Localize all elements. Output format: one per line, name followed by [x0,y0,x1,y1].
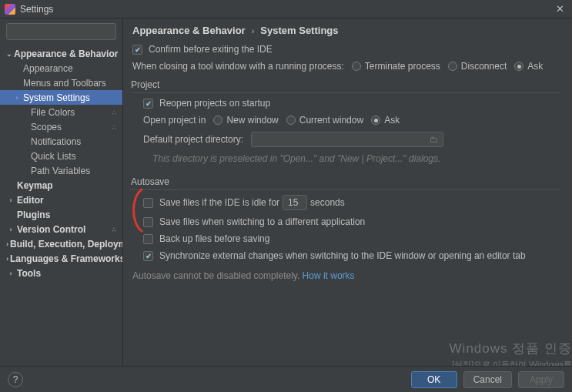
terminate-label: Terminate process [365,61,440,72]
scope-tag-icon: ⛬ [110,122,118,131]
terminate-radio[interactable] [352,62,361,71]
chevron-icon: › [6,240,8,248]
default-dir-input[interactable] [251,132,443,147]
reopen-label: Reopen projects on startup [159,98,270,109]
sidebar-item[interactable]: Path Variables [0,163,122,178]
idle-seconds-input[interactable] [283,195,307,210]
sidebar-item[interactable]: Menus and Toolbars [0,75,122,90]
sidebar-item[interactable]: ›Build, Execution, Deployment [0,236,122,251]
sidebar-item-label: Plugins [17,209,50,220]
chevron-icon: ⌄ [6,50,12,58]
idle-save-checkbox[interactable] [143,198,153,208]
sidebar-item[interactable]: ›Editor [0,193,122,207]
chevron-right-icon: › [252,26,255,35]
sidebar-item-label: File Colors [31,107,75,118]
sidebar-item[interactable]: ›Tools [0,266,122,280]
sidebar-item-label: Menus and Toolbars [23,78,106,89]
sidebar-item[interactable]: Scopes⛬ [0,119,122,134]
breadcrumb-root[interactable]: Appearance & Behavior [132,25,246,36]
settings-tree: ⌄Appearance & BehaviorAppearanceMenus an… [0,43,122,366]
idle-post: seconds [310,197,345,208]
chevron-icon: › [6,196,15,204]
close-icon[interactable]: ✕ [552,3,567,15]
sidebar-item[interactable]: ⌄Appearance & Behavior [0,46,122,61]
sidebar-item[interactable]: Keymap [0,178,122,193]
breadcrumb-leaf: System Settings [260,25,338,36]
chevron-icon: › [6,270,15,277]
sidebar-item-label: System Settings [23,92,90,103]
settings-content: Appearance & Behavior › System Settings … [123,18,572,366]
ok-button[interactable]: OK [411,371,457,388]
sidebar-item[interactable]: ›Version Control⛬ [0,222,122,236]
sidebar-item-label: Languages & Frameworks [10,253,122,264]
chevron-icon: › [12,94,22,102]
disconnect-radio[interactable] [448,62,457,71]
open-ask-label: Ask [384,115,400,126]
confirm-exit-label: Confirm before exiting the IDE [149,44,273,55]
apply-button[interactable]: Apply [518,371,564,388]
sidebar-item[interactable]: Appearance [0,61,122,75]
sidebar-item-label: Appearance & Behavior [14,49,118,59]
disconnect-label: Disconnect [461,61,507,72]
scope-tag-icon: ⛬ [110,108,118,116]
confirm-exit-checkbox[interactable] [132,45,142,55]
chevron-icon: › [6,226,15,233]
cancel-button[interactable]: Cancel [463,371,512,388]
new-window-label: New window [226,115,278,126]
sidebar: Q⁻ ⌄Appearance & BehaviorAppearanceMenus… [0,18,123,366]
sidebar-item[interactable]: Quick Lists [0,149,122,163]
sidebar-item[interactable]: ›Languages & Frameworks [0,251,122,266]
sidebar-item[interactable]: Plugins [0,207,122,222]
sidebar-item-label: Editor [17,195,44,206]
ask-label: Ask [527,61,543,72]
sidebar-item-label: Keymap [17,180,53,191]
how-it-works-link[interactable]: How it works [303,270,355,281]
titlebar: Settings ✕ [0,0,572,18]
default-dir-label: Default project directory: [143,134,243,145]
bottom-bar: ? OK Cancel Apply [0,366,572,392]
sync-label: Synchronize external changes when switch… [159,250,526,261]
switch-app-label: Save files when switching to a different… [159,216,365,227]
dir-hint: This directory is preselected in "Open..… [152,153,561,164]
sidebar-item-label: Version Control [17,224,85,235]
scope-tag-icon: ⛬ [110,225,118,233]
reopen-checkbox[interactable] [143,99,153,109]
chevron-icon: › [6,255,8,263]
autosave-section: Autosave [131,176,561,190]
open-in-prompt: Open project in [143,115,206,126]
new-window-radio[interactable] [213,116,222,125]
sidebar-item-label: Tools [17,268,41,279]
search-input[interactable] [6,23,116,40]
sidebar-item-label: Build, Execution, Deployment [10,239,122,250]
sync-checkbox[interactable] [143,251,153,261]
backup-label: Back up files before saving [159,233,269,244]
breadcrumb: Appearance & Behavior › System Settings [132,25,561,36]
current-window-label: Current window [299,115,363,126]
sidebar-item-selected[interactable]: ›System Settings [0,90,122,105]
closing-prompt: When closing a tool window with a runnin… [132,61,344,72]
idle-pre: Save files if the IDE is idle for [159,197,279,208]
sidebar-item-label: Path Variables [31,166,90,176]
help-button[interactable]: ? [8,372,23,387]
project-section: Project [131,79,561,93]
sidebar-item-label: Scopes [31,122,62,132]
current-window-radio[interactable] [286,116,296,125]
window-title: Settings [20,4,552,15]
ask-radio[interactable] [514,62,523,71]
switch-app-checkbox[interactable] [143,217,153,227]
open-ask-radio[interactable] [371,116,380,125]
sidebar-item-label: Quick Lists [31,151,76,162]
autosave-note: Autosave cannot be disabled completely. [132,270,299,281]
sidebar-item[interactable]: File Colors⛬ [0,105,122,119]
sidebar-item-label: Notifications [31,136,81,147]
backup-checkbox[interactable] [143,234,153,244]
app-icon [5,4,15,15]
sidebar-item-label: Appearance [23,63,73,74]
sidebar-item[interactable]: Notifications [0,134,122,149]
